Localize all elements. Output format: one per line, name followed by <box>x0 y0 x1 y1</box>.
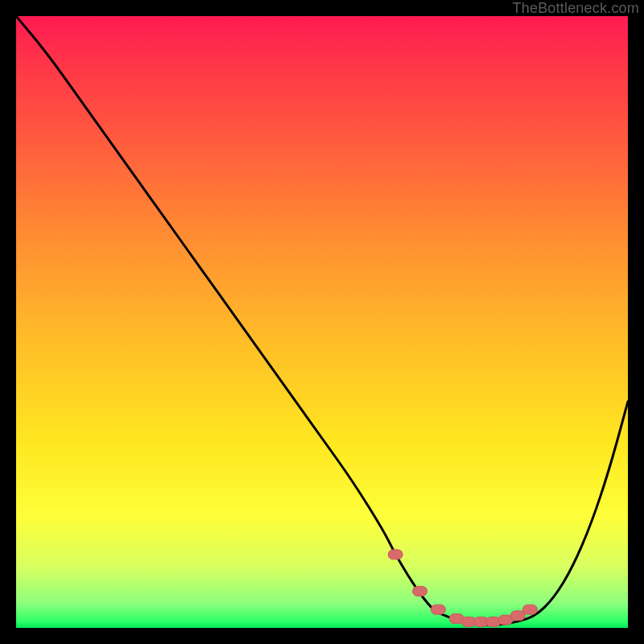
curve-layer <box>16 16 628 628</box>
valley-marker <box>522 605 537 614</box>
attribution-text: TheBottleneck.com <box>513 0 639 17</box>
valley-marker <box>431 605 445 614</box>
chart-frame <box>16 16 628 628</box>
plot-area <box>16 16 628 628</box>
valley-marker <box>388 550 402 559</box>
bottleneck-curve <box>16 16 628 625</box>
valley-marker <box>510 611 525 621</box>
valley-markers <box>388 550 537 627</box>
valley-marker <box>413 586 427 596</box>
